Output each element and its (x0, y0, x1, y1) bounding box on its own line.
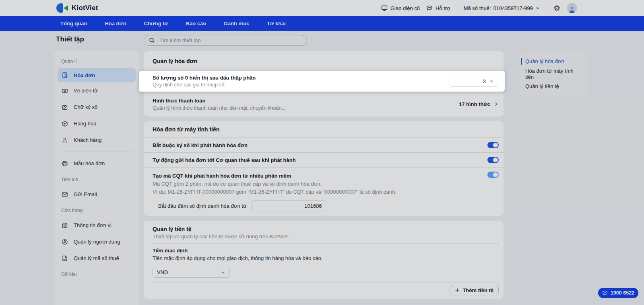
support-hotline-button[interactable]: 1900 6522 (598, 288, 638, 298)
store-icon (61, 222, 68, 229)
cqt-code-row: Tạo mã CQT khi phát hành hóa đơn từ nhiề… (144, 167, 504, 211)
tax-code-dropdown[interactable]: Mã số thuế: 0104359717-999 (464, 5, 540, 11)
active-indicator (521, 58, 522, 65)
section-title-currency: Quản lý tiền tệ (153, 226, 191, 232)
sidebar-item-gui-email[interactable]: Gửi Email (54, 186, 139, 203)
invoice-icon (61, 72, 68, 79)
divider (61, 151, 132, 152)
box-icon (61, 120, 68, 127)
divider (153, 282, 499, 283)
help-label: Hỗ trợ (436, 5, 450, 11)
signature-icon (61, 104, 68, 111)
chevron-down-icon (535, 6, 540, 10)
sidebar-item-ve-dien-tu[interactable]: Vé điện tử (54, 82, 139, 99)
sidebar-section-du-lieu: Dữ liệu (54, 266, 139, 281)
toc-item-label: Hóa đơn từ máy tính tiền (525, 68, 581, 80)
old-interface-label: Giao diện cũ (390, 5, 420, 11)
default-currency-value: VND (157, 269, 168, 275)
tax-code-value: 0104359717-999 (493, 5, 533, 11)
support-phone: 1900 6522 (611, 290, 634, 296)
brand-logo[interactable]: KiotViet (56, 3, 98, 13)
sidebar-item-label: Quản lý người dùng (74, 239, 120, 245)
sidebar-item-hoa-don[interactable]: Hóa đơn (58, 68, 136, 82)
pos-invoice-card: Hóa đơn từ máy tính tiền Bắt buộc ký số … (144, 121, 504, 216)
sidebar-section-tien-ich: Tiện ích (54, 172, 139, 186)
sidebar-item-thong-tin-don-vi[interactable]: Thông tin đơn vị (54, 217, 139, 233)
page-title: Thiết lập (56, 35, 84, 43)
auto-send-tax-row: Tự động gửi hóa đơn tới Cơ quan thuế sau… (144, 152, 504, 167)
decimal-digits-select[interactable]: 3 (450, 76, 498, 87)
tax-code-label: Mã số thuế: (464, 5, 491, 11)
kiotviet-logo-icon (56, 3, 68, 13)
brand-name: KiotViet (72, 4, 98, 12)
sidebar-item-label: Vé điện tử (74, 88, 98, 94)
document-icon (61, 255, 68, 262)
counter-start-input[interactable] (252, 201, 327, 211)
settings-sidebar: Quản lí Hóa đơn Vé điện tử (54, 51, 139, 305)
mail-icon (61, 191, 68, 198)
default-currency-select[interactable]: VND (153, 267, 230, 278)
invoice-management-card: Quản lý hóa đơn Số lượng số 0 hiển thị s… (144, 51, 504, 117)
divider (153, 243, 499, 244)
payment-methods-count: 17 hình thức (459, 101, 490, 107)
help-link[interactable]: Hỗ trợ (426, 5, 450, 11)
settings-search[interactable] (144, 35, 307, 46)
old-interface-link[interactable]: Giao diện cũ (381, 5, 420, 11)
chevron-down-icon (489, 79, 494, 84)
sidebar-item-quan-ly-ma-so-thue[interactable]: Quản lý mã số thuế (54, 250, 139, 266)
default-currency-title: Tiền mặc định (153, 248, 188, 254)
toc-item-invoice-management[interactable]: Quản lý hóa đơn (519, 55, 587, 68)
sidebar-item-chu-ky-so[interactable]: Chữ ký số (54, 99, 139, 115)
nav-tab-to-khai[interactable]: Tờ khai (267, 20, 286, 27)
topbar: KiotViet Giao diện cũ Hỗ trợ (0, 0, 644, 16)
plus-icon (455, 288, 460, 293)
gear-icon[interactable]: ⚙ (553, 4, 560, 12)
chat-icon (426, 5, 433, 11)
toc-item-label: Quản lý tiền tệ (525, 83, 559, 89)
cqt-code-title: Tạo mã CQT khi phát hành hóa đơn từ nhiề… (153, 173, 291, 179)
sidebar-item-label: Hóa đơn (74, 72, 95, 78)
ticket-icon (61, 87, 68, 94)
toc-item-currency[interactable]: Quản lý tiền tệ (519, 80, 587, 92)
decimal-digits-title: Số lượng số 0 hiển thị sau dấu thập phân (153, 75, 256, 81)
sidebar-item-label: Quản lý mã số thuế (74, 255, 119, 261)
require-signature-row: Bắt buộc ký số khi phát hành hóa đơn (144, 137, 504, 152)
toc-item-pos-invoice[interactable]: Hóa đơn từ máy tính tiền (519, 68, 587, 80)
nav-tab-danh-muc[interactable]: Danh mục (224, 20, 249, 27)
sidebar-item-quan-ly-nguoi-dung[interactable]: Quản lý người dùng (54, 233, 139, 250)
payment-methods-row[interactable]: Hình thức thanh toán Quản lý hình thức t… (144, 92, 504, 117)
currency-section-subtitle: Thiết lập và quản lý các tiền tệ được sử… (153, 233, 499, 240)
avatar[interactable] (567, 3, 577, 13)
sidebar-item-hang-hoa[interactable]: Hàng hóa (54, 115, 139, 132)
kiotviet-settings-page: KiotViet Giao diện cũ Hỗ trợ (0, 0, 644, 305)
require-signature-title: Bắt buộc ký số khi phát hành hóa đơn (153, 142, 248, 148)
search-input[interactable] (159, 37, 302, 44)
sidebar-item-label: Hàng hóa (74, 121, 96, 127)
main-navbar: Tổng quan Hóa đơn Chứng từ Báo cáo Danh … (0, 16, 644, 31)
nav-tab-chung-tu[interactable]: Chứng từ (144, 20, 168, 27)
payment-methods-title: Hình thức thanh toán (153, 98, 286, 104)
monitor-icon (381, 5, 388, 11)
decimal-digits-value: 3 (483, 78, 486, 84)
nav-tab-hoa-don[interactable]: Hóa đơn (105, 20, 126, 27)
auto-send-tax-toggle[interactable] (487, 157, 499, 163)
chevron-down-icon (221, 270, 225, 275)
sidebar-item-mau-hoa-don[interactable]: Mẫu hóa đơn (54, 155, 139, 172)
nav-tab-tong-quan[interactable]: Tổng quan (60, 20, 87, 27)
cqt-code-toggle[interactable] (487, 172, 499, 178)
sidebar-item-khach-hang[interactable]: Khách hàng (54, 132, 139, 148)
sidebar-item-label: Khách hàng (74, 137, 101, 143)
add-currency-button[interactable]: Thêm tiền tệ (450, 285, 499, 295)
payment-methods-subtitle: Quản lý hình thức thanh toán như tiền mặ… (153, 105, 286, 111)
search-icon (149, 37, 155, 43)
sidebar-section-cua-hang: Cửa hàng (54, 203, 139, 217)
section-title-invoice-management: Quản lý hóa đơn (153, 58, 197, 64)
add-currency-label: Thêm tiền tệ (462, 287, 493, 293)
require-signature-toggle[interactable] (487, 142, 499, 148)
printer-icon (61, 160, 68, 167)
nav-tab-bao-cao[interactable]: Báo cáo (186, 20, 206, 27)
section-title-pos-invoice: Hóa đơn từ máy tính tiền (153, 126, 219, 133)
divider (547, 4, 547, 12)
cqt-desc-line1: Mã CQT gồm 2 phần: mã do cơ quan thuế cấ… (153, 180, 499, 188)
decimal-digits-setting-row: Số lượng số 0 hiển thị sau dấu thập phân… (139, 71, 505, 92)
